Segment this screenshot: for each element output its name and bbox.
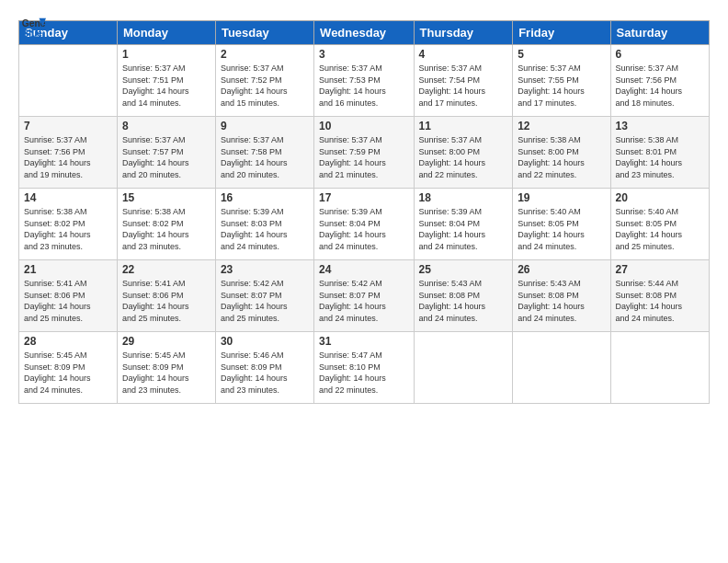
calendar-page: General Blue SundayMondayTuesdayWednesda… xyxy=(0,0,728,563)
day-number: 18 xyxy=(419,191,508,204)
day-number: 3 xyxy=(319,48,408,61)
calendar-cell: 10Sunrise: 5:37 AM Sunset: 7:59 PM Dayli… xyxy=(314,117,414,189)
day-info: Sunrise: 5:37 AM Sunset: 7:54 PM Dayligh… xyxy=(419,63,508,109)
day-info: Sunrise: 5:40 AM Sunset: 8:05 PM Dayligh… xyxy=(518,206,605,252)
day-number: 4 xyxy=(419,48,508,61)
weekday-header-monday: Monday xyxy=(117,21,215,45)
day-number: 22 xyxy=(122,263,210,276)
calendar-cell: 4Sunrise: 5:37 AM Sunset: 7:54 PM Daylig… xyxy=(414,45,513,117)
weekday-header-wednesday: Wednesday xyxy=(314,21,414,45)
calendar-week-4: 21Sunrise: 5:41 AM Sunset: 8:06 PM Dayli… xyxy=(19,260,710,332)
day-info: Sunrise: 5:37 AM Sunset: 7:56 PM Dayligh… xyxy=(24,134,112,180)
day-info: Sunrise: 5:45 AM Sunset: 8:09 PM Dayligh… xyxy=(24,350,112,396)
calendar-table: SundayMondayTuesdayWednesdayThursdayFrid… xyxy=(18,20,710,404)
calendar-cell: 18Sunrise: 5:39 AM Sunset: 8:04 PM Dayli… xyxy=(414,189,513,260)
day-info: Sunrise: 5:47 AM Sunset: 8:10 PM Dayligh… xyxy=(319,350,408,396)
day-info: Sunrise: 5:40 AM Sunset: 8:05 PM Dayligh… xyxy=(616,206,704,252)
calendar-cell: 26Sunrise: 5:43 AM Sunset: 8:08 PM Dayli… xyxy=(513,260,610,332)
calendar-cell: 29Sunrise: 5:45 AM Sunset: 8:09 PM Dayli… xyxy=(117,332,215,404)
day-info: Sunrise: 5:37 AM Sunset: 7:58 PM Dayligh… xyxy=(221,134,309,180)
day-number: 23 xyxy=(221,263,309,276)
day-number: 31 xyxy=(319,335,408,348)
day-number: 12 xyxy=(518,120,605,132)
calendar-cell: 24Sunrise: 5:42 AM Sunset: 8:07 PM Dayli… xyxy=(314,260,414,332)
day-info: Sunrise: 5:38 AM Sunset: 8:02 PM Dayligh… xyxy=(122,206,210,252)
day-info: Sunrise: 5:42 AM Sunset: 8:07 PM Dayligh… xyxy=(319,278,408,324)
day-number: 19 xyxy=(518,191,605,204)
calendar-cell: 30Sunrise: 5:46 AM Sunset: 8:09 PM Dayli… xyxy=(215,332,313,404)
calendar-cell xyxy=(513,332,610,404)
calendar-cell: 5Sunrise: 5:37 AM Sunset: 7:55 PM Daylig… xyxy=(513,45,610,117)
day-number: 1 xyxy=(122,48,210,61)
day-number: 15 xyxy=(122,191,210,204)
calendar-week-3: 14Sunrise: 5:38 AM Sunset: 8:02 PM Dayli… xyxy=(19,189,710,260)
calendar-cell: 21Sunrise: 5:41 AM Sunset: 8:06 PM Dayli… xyxy=(19,260,118,332)
day-info: Sunrise: 5:38 AM Sunset: 8:00 PM Dayligh… xyxy=(518,134,605,180)
day-info: Sunrise: 5:37 AM Sunset: 7:52 PM Dayligh… xyxy=(221,63,309,109)
calendar-cell: 17Sunrise: 5:39 AM Sunset: 8:04 PM Dayli… xyxy=(314,189,414,260)
day-info: Sunrise: 5:39 AM Sunset: 8:04 PM Dayligh… xyxy=(319,206,408,252)
day-number: 27 xyxy=(616,263,704,276)
calendar-cell: 31Sunrise: 5:47 AM Sunset: 8:10 PM Dayli… xyxy=(314,332,414,404)
weekday-header-tuesday: Tuesday xyxy=(215,21,313,45)
calendar-cell xyxy=(19,45,118,117)
calendar-cell xyxy=(610,332,709,404)
calendar-week-1: 1Sunrise: 5:37 AM Sunset: 7:51 PM Daylig… xyxy=(19,45,710,117)
day-info: Sunrise: 5:37 AM Sunset: 7:57 PM Dayligh… xyxy=(122,134,210,180)
day-number: 20 xyxy=(616,191,704,204)
svg-text:Blue: Blue xyxy=(22,29,43,39)
calendar-cell: 15Sunrise: 5:38 AM Sunset: 8:02 PM Dayli… xyxy=(117,189,215,260)
calendar-cell: 14Sunrise: 5:38 AM Sunset: 8:02 PM Dayli… xyxy=(19,189,118,260)
day-number: 24 xyxy=(319,263,408,276)
day-info: Sunrise: 5:37 AM Sunset: 7:53 PM Dayligh… xyxy=(319,63,408,109)
day-info: Sunrise: 5:38 AM Sunset: 8:01 PM Dayligh… xyxy=(616,134,704,180)
day-number: 7 xyxy=(24,120,112,132)
calendar-cell: 6Sunrise: 5:37 AM Sunset: 7:56 PM Daylig… xyxy=(610,45,709,117)
calendar-cell: 2Sunrise: 5:37 AM Sunset: 7:52 PM Daylig… xyxy=(215,45,313,117)
calendar-cell: 28Sunrise: 5:45 AM Sunset: 8:09 PM Dayli… xyxy=(19,332,118,404)
weekday-header-row: SundayMondayTuesdayWednesdayThursdayFrid… xyxy=(19,21,710,45)
calendar-cell: 8Sunrise: 5:37 AM Sunset: 7:57 PM Daylig… xyxy=(117,117,215,189)
calendar-cell: 16Sunrise: 5:39 AM Sunset: 8:03 PM Dayli… xyxy=(215,189,313,260)
day-info: Sunrise: 5:37 AM Sunset: 8:00 PM Dayligh… xyxy=(419,134,508,180)
day-number: 16 xyxy=(221,191,309,204)
day-number: 11 xyxy=(419,120,508,132)
weekday-header-thursday: Thursday xyxy=(414,21,513,45)
day-number: 14 xyxy=(24,191,112,204)
logo-icon: General Blue xyxy=(20,15,46,40)
calendar-week-2: 7Sunrise: 5:37 AM Sunset: 7:56 PM Daylig… xyxy=(19,117,710,189)
day-info: Sunrise: 5:39 AM Sunset: 8:04 PM Dayligh… xyxy=(419,206,508,252)
day-info: Sunrise: 5:37 AM Sunset: 7:55 PM Dayligh… xyxy=(518,63,605,109)
calendar-cell: 19Sunrise: 5:40 AM Sunset: 8:05 PM Dayli… xyxy=(513,189,610,260)
day-number: 29 xyxy=(122,335,210,348)
day-number: 8 xyxy=(122,120,210,132)
weekday-header-saturday: Saturday xyxy=(610,21,709,45)
day-number: 25 xyxy=(419,263,508,276)
day-info: Sunrise: 5:45 AM Sunset: 8:09 PM Dayligh… xyxy=(122,350,210,396)
day-number: 30 xyxy=(221,335,309,348)
logo: General Blue xyxy=(18,15,46,40)
day-number: 28 xyxy=(24,335,112,348)
calendar-cell: 27Sunrise: 5:44 AM Sunset: 8:08 PM Dayli… xyxy=(610,260,709,332)
day-info: Sunrise: 5:43 AM Sunset: 8:08 PM Dayligh… xyxy=(518,278,605,324)
day-info: Sunrise: 5:37 AM Sunset: 7:59 PM Dayligh… xyxy=(319,134,408,180)
day-info: Sunrise: 5:41 AM Sunset: 8:06 PM Dayligh… xyxy=(24,278,112,324)
day-number: 9 xyxy=(221,120,309,132)
day-number: 13 xyxy=(616,120,704,132)
day-number: 17 xyxy=(319,191,408,204)
day-info: Sunrise: 5:39 AM Sunset: 8:03 PM Dayligh… xyxy=(221,206,309,252)
day-number: 10 xyxy=(319,120,408,132)
weekday-header-friday: Friday xyxy=(513,21,610,45)
calendar-cell: 25Sunrise: 5:43 AM Sunset: 8:08 PM Dayli… xyxy=(414,260,513,332)
day-info: Sunrise: 5:43 AM Sunset: 8:08 PM Dayligh… xyxy=(419,278,508,324)
calendar-cell: 7Sunrise: 5:37 AM Sunset: 7:56 PM Daylig… xyxy=(19,117,118,189)
day-info: Sunrise: 5:41 AM Sunset: 8:06 PM Dayligh… xyxy=(122,278,210,324)
day-number: 21 xyxy=(24,263,112,276)
calendar-cell: 1Sunrise: 5:37 AM Sunset: 7:51 PM Daylig… xyxy=(117,45,215,117)
day-number: 6 xyxy=(616,48,704,61)
day-info: Sunrise: 5:46 AM Sunset: 8:09 PM Dayligh… xyxy=(221,350,309,396)
calendar-cell xyxy=(414,332,513,404)
day-number: 5 xyxy=(518,48,605,61)
calendar-cell: 11Sunrise: 5:37 AM Sunset: 8:00 PM Dayli… xyxy=(414,117,513,189)
day-info: Sunrise: 5:44 AM Sunset: 8:08 PM Dayligh… xyxy=(616,278,704,324)
